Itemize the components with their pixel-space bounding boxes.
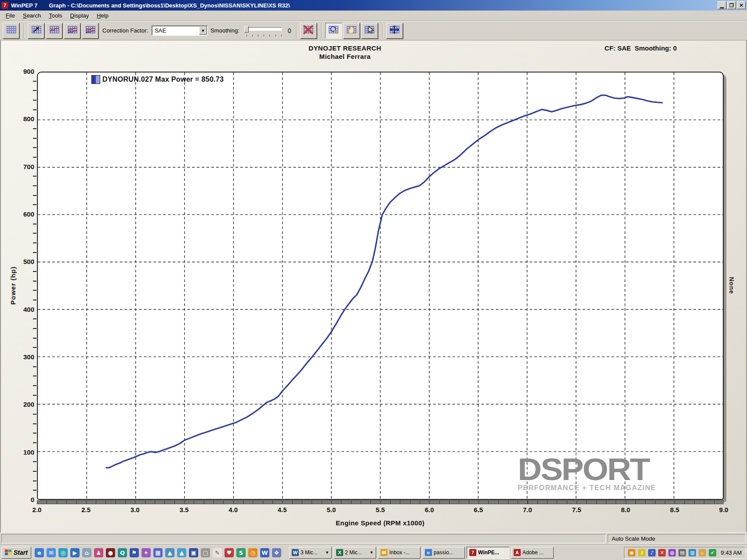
- tray-icon-6[interactable]: ▤: [678, 549, 686, 556]
- x-tick-label: 6.5: [466, 506, 491, 513]
- close-graph-icon[interactable]: [300, 23, 317, 39]
- y-tick-label: 400: [15, 306, 34, 313]
- smoothing-slider[interactable]: [243, 24, 283, 37]
- tray-icon-2[interactable]: ⚷: [638, 549, 645, 556]
- correction-factor-label: Correction Factor:: [102, 27, 148, 34]
- dyno-curve-svg: [38, 72, 723, 499]
- restore-button[interactable]: ❐: [727, 1, 736, 9]
- launch-icon-16-icon[interactable]: ✎: [213, 548, 222, 557]
- title-bar[interactable]: 7 WinPEP 7 Graph - C:\Documents and Sett…: [0, 0, 747, 11]
- toolbar: Correction Factor: SAE ▼ Smoothing: 0: [0, 21, 747, 40]
- launch-icon-12-icon[interactable]: ▲: [165, 548, 174, 557]
- taskbar-button-passio-[interactable]: epassio...: [422, 547, 465, 559]
- launch-icon-21-icon[interactable]: ❖: [272, 548, 281, 557]
- windows-logo-icon: [5, 549, 12, 556]
- tray-icon-1[interactable]: ◉: [628, 549, 635, 556]
- chevron-down-icon[interactable]: ▼: [325, 550, 329, 555]
- taskbar-button-2-mic-[interactable]: X2 Mic...▼: [334, 547, 376, 559]
- tray-icon-9[interactable]: ✔: [709, 549, 716, 556]
- y-minor-tick: [33, 185, 36, 186]
- launch-icon-20-icon[interactable]: W: [260, 548, 269, 557]
- launch-icon-17-icon[interactable]: ♥: [225, 548, 234, 557]
- menu-file[interactable]: File: [2, 11, 19, 20]
- launch-icon-8-icon[interactable]: Q: [118, 548, 127, 557]
- graph-overlay-curves-icon[interactable]: [82, 23, 98, 39]
- plot-area[interactable]: DYNORUN.027 Max Power = 850.73 DSPORT PE…: [37, 72, 724, 500]
- slider-track[interactable]: [245, 27, 282, 31]
- status-message-panel: [1, 534, 606, 543]
- launch-icon-14-icon[interactable]: ▣: [189, 548, 198, 557]
- taskbar-button-winpe-[interactable]: 7WinPE...: [467, 547, 509, 559]
- graph-zoom-range-icon[interactable]: [28, 23, 44, 39]
- y-minor-tick: [33, 176, 36, 177]
- slider-thumb[interactable]: [244, 26, 249, 33]
- launch-icon-11-icon[interactable]: ▦: [153, 548, 163, 557]
- start-label: Start: [14, 549, 28, 556]
- y-minor-tick: [33, 271, 36, 272]
- launch-icon-2-icon[interactable]: ✉: [47, 548, 56, 557]
- x-tick-label: 4.0: [221, 506, 246, 513]
- y-minor-tick: [33, 195, 36, 196]
- task-label: Inbox -...: [389, 549, 418, 556]
- x-tick-label: 4.5: [270, 506, 294, 513]
- toolbar-separator: [24, 23, 25, 38]
- chevron-down-icon[interactable]: ▼: [199, 26, 207, 35]
- close-button[interactable]: ✕: [737, 1, 746, 9]
- launch-icon-6-icon[interactable]: ♟: [94, 548, 103, 557]
- winpep-window: 7 WinPEP 7 Graph - C:\Documents and Sett…: [0, 0, 747, 560]
- launch-icon-9-icon[interactable]: ⚑: [130, 548, 139, 557]
- start-button[interactable]: Start: [1, 547, 31, 559]
- correction-factor-select[interactable]: SAE ▼: [152, 25, 208, 36]
- menu-help[interactable]: Help: [93, 11, 112, 20]
- chevron-down-icon[interactable]: ▼: [370, 550, 374, 555]
- zoom-tool-icon[interactable]: [325, 23, 342, 39]
- taskbar-button-inbox-[interactable]: ✉Inbox -...: [378, 547, 421, 559]
- chart-region: DYNOJET RESEARCH Michael Ferrara CF: SAE…: [0, 40, 747, 532]
- y-minor-tick: [33, 224, 36, 224]
- tray-icon-3[interactable]: ♪: [648, 549, 656, 556]
- y-minor-tick: [33, 290, 36, 291]
- minimize-button[interactable]: ▁: [718, 1, 726, 9]
- x-tick-label: 7.0: [515, 506, 540, 513]
- data-grid-icon[interactable]: [3, 23, 19, 39]
- menu-display[interactable]: Display: [66, 11, 93, 20]
- select-tool-icon[interactable]: [361, 23, 378, 39]
- graph-curve-icon[interactable]: [46, 23, 62, 39]
- y-minor-tick: [33, 318, 36, 319]
- menu-tools[interactable]: Tools: [45, 11, 66, 20]
- chart-subtitle: Michael Ferrara: [319, 53, 371, 60]
- taskbar-button-3-mic-[interactable]: W3 Mic...▼: [289, 547, 332, 559]
- tray-icon-5[interactable]: ◍: [668, 549, 676, 556]
- auto-scale-icon[interactable]: [386, 23, 403, 39]
- y-minor-tick: [33, 442, 36, 443]
- launch-icon-19-icon[interactable]: ◷: [248, 548, 257, 557]
- app-title: WinPEP 7: [11, 2, 37, 9]
- pan-tool-icon[interactable]: [343, 23, 360, 39]
- y-minor-tick: [33, 461, 36, 462]
- launch-icon-13-icon[interactable]: ▲: [177, 548, 186, 557]
- launch-icon-5-icon[interactable]: ⌂: [82, 548, 91, 557]
- x-tick-label: 5.5: [368, 506, 393, 513]
- toolbar-separator: [321, 23, 322, 38]
- taskbar-button-adobe-[interactable]: AAdobe ...: [511, 547, 554, 559]
- launch-icon-1-icon[interactable]: e: [35, 548, 44, 557]
- x-tick-label: 8.5: [662, 506, 687, 513]
- task-label: Adobe ...: [522, 549, 551, 556]
- launch-icon-7-icon[interactable]: ●: [106, 548, 115, 557]
- graph-multi-curve-icon[interactable]: [64, 23, 80, 39]
- launch-icon-4-icon[interactable]: ▶: [70, 548, 80, 557]
- tray-icon-8[interactable]: ✋: [699, 549, 706, 556]
- y-minor-tick: [33, 433, 36, 434]
- y-minor-tick: [33, 490, 36, 491]
- y-minor-tick: [33, 157, 36, 158]
- launch-icon-10-icon[interactable]: ✦: [141, 548, 151, 557]
- tray-icon-4[interactable]: ✕: [658, 549, 666, 556]
- right-axis-label: None: [728, 277, 735, 294]
- chart-title: DYNOJET RESEARCH: [308, 44, 381, 52]
- launch-icon-15-icon[interactable]: ▢: [201, 548, 210, 557]
- tray-icon-7[interactable]: ▥: [689, 549, 696, 556]
- menu-search[interactable]: Search: [19, 11, 45, 20]
- y-minor-tick: [33, 281, 36, 282]
- launch-icon-18-icon[interactable]: S: [236, 548, 246, 557]
- launch-icon-3-icon[interactable]: ◎: [58, 548, 68, 557]
